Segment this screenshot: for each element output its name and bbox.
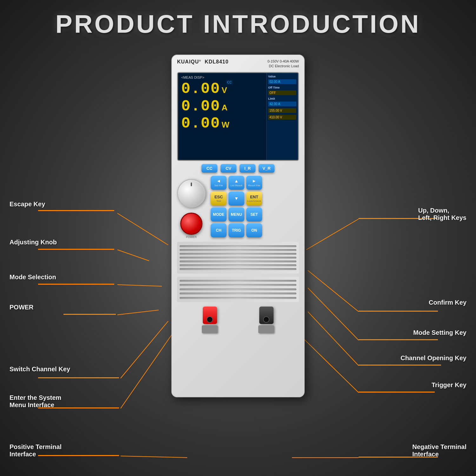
cc-indicator: CC xyxy=(226,80,233,85)
positive-terminal-label: Positive TerminalInterface xyxy=(10,443,62,458)
power-button-area: POWER xyxy=(180,213,202,239)
svg-line-12 xyxy=(121,456,187,458)
on-button[interactable]: ON xyxy=(246,223,262,237)
power-label-annotation: POWER xyxy=(10,304,34,311)
device-screen: <MEAS DISP> 0.00 V 0.00 A 0.00 W xyxy=(177,72,299,161)
ch-button[interactable]: CH xyxy=(211,223,227,237)
down-button[interactable]: ▼ xyxy=(228,192,244,206)
vent-grille-top xyxy=(177,242,299,274)
voltage-reading: 0.00 V xyxy=(181,81,263,97)
power-button[interactable] xyxy=(180,213,202,235)
svg-rect-3 xyxy=(38,249,114,250)
trigger-key-label: Trigger Key xyxy=(432,381,466,389)
svg-line-0 xyxy=(117,213,168,245)
mode-selection-label: Mode Selection xyxy=(10,274,56,281)
channel-opening-key-label: Channel Opening Key xyxy=(400,354,466,362)
mode-buttons-row: CC CV I_R V_R xyxy=(172,164,304,173)
nav-keypad: ◄ Set File ▲ List Result ► Resuit File E… xyxy=(211,176,299,237)
vent-line xyxy=(180,264,296,266)
ir-button[interactable]: I_R xyxy=(240,164,255,173)
power-label: POWER xyxy=(180,235,202,239)
brand-area: KUAIQU® KDL8410 0-150V 0-40A 400W DC Ele… xyxy=(172,55,304,71)
up-button[interactable]: ▲ List Result xyxy=(228,176,244,190)
up-down-keys-label: Up, Down,Left, Right Keys xyxy=(418,207,466,221)
cv-button[interactable]: CV xyxy=(221,164,236,173)
device-body: KUAIQU® KDL8410 0-150V 0-40A 400W DC Ele… xyxy=(171,55,305,397)
positive-terminal xyxy=(202,307,218,333)
cc-button[interactable]: CC xyxy=(202,164,217,173)
vent-line xyxy=(180,297,296,299)
switch-channel-key-label: Switch Channel Key xyxy=(10,366,70,373)
watt-reading: 0.00 W xyxy=(181,115,263,132)
model-info: 0-150V 0-40A 400W DC Electronic Load xyxy=(268,59,299,69)
svg-line-20 xyxy=(308,312,359,366)
svg-line-14 xyxy=(306,219,359,250)
positive-connector xyxy=(203,307,217,324)
mode-setting-key-label: Mode Setting Key xyxy=(413,329,466,336)
menu-button[interactable]: MENU xyxy=(228,208,244,221)
current-reading: 0.00 A xyxy=(181,98,263,115)
vent-line xyxy=(180,268,296,270)
svg-rect-7 xyxy=(63,314,116,315)
svg-rect-9 xyxy=(38,377,119,378)
svg-line-18 xyxy=(308,288,359,340)
adjusting-knob[interactable] xyxy=(177,179,206,208)
vent-line xyxy=(180,245,296,247)
trig-button[interactable]: TRIG xyxy=(228,223,244,237)
svg-rect-5 xyxy=(38,284,114,285)
vent-line xyxy=(180,261,296,262)
screen-sidebar: Value 02.00 A Off Time OFF Limit 42.00 A… xyxy=(266,73,298,160)
left-button[interactable]: ◄ Set File xyxy=(211,176,227,190)
confirm-key-label: Confirm Key xyxy=(429,299,466,306)
svg-line-10 xyxy=(121,331,175,408)
svg-rect-23 xyxy=(359,392,435,393)
brand-name: KUAIQU® KDL8410 xyxy=(177,59,228,65)
svg-rect-19 xyxy=(359,339,438,340)
negative-connector xyxy=(259,307,274,324)
svg-line-8 xyxy=(121,321,168,378)
negative-terminal-label: Negative TerminalInterface xyxy=(412,443,466,458)
svg-rect-1 xyxy=(38,210,114,211)
vr-button[interactable]: V_R xyxy=(259,164,274,173)
vent-line xyxy=(180,253,296,255)
svg-line-6 xyxy=(117,310,159,315)
adjusting-knob-area: POWER xyxy=(177,179,206,239)
mode-button[interactable]: MODE xyxy=(211,208,227,221)
vent-line xyxy=(180,280,296,282)
terminal-section xyxy=(172,304,304,336)
vent-line xyxy=(180,249,296,251)
vent-line xyxy=(180,284,296,286)
esc-button[interactable]: ESC Test xyxy=(211,192,227,206)
control-section: POWER ◄ Set File ▲ List Result ► xyxy=(172,176,304,239)
enter-system-menu-label: Enter the SystemMenu Interface xyxy=(10,394,61,409)
meas-disp-label: <MEAS DISP> xyxy=(181,76,263,79)
vent-line xyxy=(180,288,296,290)
set-button[interactable]: SET xyxy=(246,208,262,221)
vent-line xyxy=(180,293,296,294)
screen-display: <MEAS DISP> 0.00 V 0.00 A 0.00 W xyxy=(178,73,266,160)
vent-grille-bottom xyxy=(177,277,299,302)
page-background: PRODUCT INTRODUCTION xyxy=(0,0,476,476)
svg-rect-17 xyxy=(359,311,438,312)
positive-base xyxy=(202,325,218,333)
negative-base xyxy=(258,325,274,333)
svg-line-2 xyxy=(117,250,149,261)
right-button[interactable]: ► Resuit File xyxy=(246,176,262,190)
escape-key-label: Escape Key xyxy=(10,201,45,208)
ent-button[interactable]: ENT Lock/Unlock xyxy=(246,192,262,206)
adjusting-knob-label: Adjusting Knob xyxy=(10,239,57,246)
page-title: PRODUCT INTRODUCTION xyxy=(0,0,476,45)
svg-line-4 xyxy=(117,285,162,286)
negative-terminal xyxy=(258,307,274,333)
vent-line xyxy=(180,257,296,259)
svg-line-16 xyxy=(308,270,359,312)
svg-rect-21 xyxy=(359,365,441,366)
